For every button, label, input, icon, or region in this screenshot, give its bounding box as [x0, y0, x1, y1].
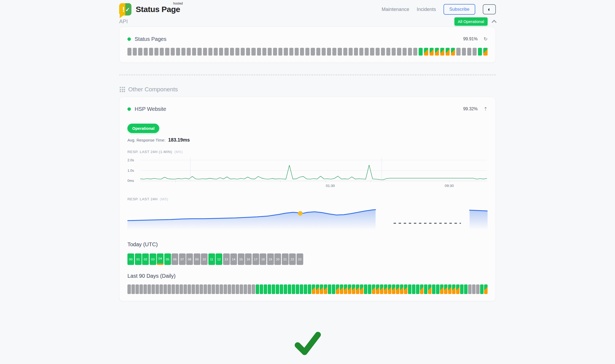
subscribe-button[interactable]: Subscribe [443, 4, 476, 15]
hour-block-09[interactable]: 09 [194, 253, 200, 265]
uptime-bar-degraded[interactable] [356, 284, 359, 294]
uptime-bar-nodata[interactable] [354, 48, 358, 56]
uptime-bar-nodata[interactable] [476, 284, 480, 294]
uptime-bar-degraded[interactable] [446, 48, 450, 56]
uptime-bar-nodata[interactable] [246, 48, 250, 56]
uptime-bar-operational[interactable] [296, 284, 299, 294]
uptime-bar-nodata[interactable] [343, 48, 347, 56]
uptime-bar-nodata[interactable] [159, 284, 163, 294]
uptime-bar-nodata[interactable] [192, 284, 195, 294]
uptime-bar-operational[interactable] [460, 284, 464, 294]
uptime-bar-nodata[interactable] [135, 284, 139, 294]
uptime-bar-nodata[interactable] [305, 48, 309, 56]
uptime-bar-degraded[interactable] [352, 284, 355, 294]
uptime-bar-nodata[interactable] [224, 48, 228, 56]
uptime-bar-nodata[interactable] [241, 48, 245, 56]
uptime-bar-nodata[interactable] [257, 48, 261, 56]
uptime-bar-nodata[interactable] [168, 284, 171, 294]
uptime-bar-nodata[interactable] [230, 48, 234, 56]
uptime-bar-operational[interactable] [288, 284, 291, 294]
uptime-bar-nodata[interactable] [133, 48, 137, 56]
uptime-bar-nodata[interactable] [196, 284, 199, 294]
uptime-bar-nodata[interactable] [248, 284, 251, 294]
collapse-up-icon[interactable]: ⇡ [484, 106, 488, 112]
uptime-bar-nodata[interactable] [397, 48, 401, 56]
uptime-bar-degraded[interactable] [484, 284, 488, 294]
uptime-bar-operational[interactable] [436, 284, 439, 294]
uptime-bar-nodata[interactable] [240, 284, 243, 294]
hour-block-15[interactable]: 15 [238, 253, 244, 265]
uptime-bar-nodata[interactable] [131, 284, 135, 294]
uptime-bar-nodata[interactable] [197, 48, 201, 56]
uptime-bar-nodata[interactable] [262, 48, 266, 56]
uptime-bar-degraded[interactable] [336, 284, 339, 294]
uptime-bar-operational[interactable] [292, 284, 295, 294]
uptime-bar-nodata[interactable] [251, 48, 255, 56]
hour-block-06[interactable]: 06 [172, 253, 178, 265]
uptime-bar-operational[interactable] [328, 284, 331, 294]
uptime-bar-nodata[interactable] [403, 48, 407, 56]
hour-block-11[interactable]: 11 [208, 253, 215, 265]
uptime-bar-degraded[interactable] [344, 284, 347, 294]
uptime-bar-operational[interactable] [464, 284, 468, 294]
uptime-bar-operational[interactable] [304, 284, 307, 294]
hour-block-12[interactable]: 12 [216, 253, 222, 265]
hour-block-05[interactable]: 05 [164, 253, 171, 265]
hour-block-19[interactable]: 19 [267, 253, 274, 265]
uptime-bar-nodata[interactable] [467, 48, 471, 56]
uptime-bar-nodata[interactable] [232, 284, 235, 294]
uptime-bar-degraded[interactable] [428, 284, 431, 294]
uptime-bar-nodata[interactable] [349, 48, 353, 56]
uptime-bar-nodata[interactable] [147, 284, 151, 294]
uptime-bar-nodata[interactable] [203, 48, 207, 56]
uptime-bar-degraded[interactable] [440, 284, 443, 294]
uptime-bar-nodata[interactable] [219, 48, 223, 56]
hour-block-10[interactable]: 10 [201, 253, 208, 265]
uptime-bar-nodata[interactable] [327, 48, 331, 56]
uptime-bar-nodata[interactable] [284, 48, 288, 56]
uptime-bar-operational[interactable] [268, 284, 271, 294]
hour-block-00[interactable]: 00 [127, 253, 134, 265]
uptime-bar-operational[interactable] [256, 284, 259, 294]
nav-incidents[interactable]: Incidents [417, 7, 436, 12]
hour-block-03[interactable]: 03 [150, 253, 156, 265]
uptime-bar-degraded[interactable] [348, 284, 351, 294]
uptime-bar-nodata[interactable] [408, 48, 412, 56]
uptime-bar-operational[interactable] [272, 284, 275, 294]
uptime-bar-nodata[interactable] [376, 48, 380, 56]
uptime-bar-nodata[interactable] [252, 284, 255, 294]
uptime-bar-degraded[interactable] [380, 284, 383, 294]
uptime-bar-degraded[interactable] [316, 284, 319, 294]
uptime-bar-operational[interactable] [432, 284, 435, 294]
uptime-bar-degraded[interactable] [444, 284, 447, 294]
uptime-bar-nodata[interactable] [181, 48, 185, 56]
uptime-bar-operational[interactable] [412, 284, 415, 294]
uptime-bar-nodata[interactable] [154, 48, 158, 56]
brand-logo[interactable]: ! ✓ Status Page hosted [119, 3, 180, 15]
uptime-bar-nodata[interactable] [386, 48, 390, 56]
uptime-bar-nodata[interactable] [187, 48, 191, 56]
uptime-bar-nodata[interactable] [151, 284, 155, 294]
uptime-bar-operational[interactable] [419, 48, 423, 56]
uptime-bar-degraded[interactable] [384, 284, 387, 294]
uptime-bar-degraded[interactable] [420, 284, 423, 294]
hour-block-22[interactable]: 22 [289, 253, 296, 265]
uptime-bar-degraded[interactable] [372, 284, 375, 294]
uptime-bar-degraded[interactable] [400, 284, 403, 294]
uptime-bar-nodata[interactable] [236, 284, 239, 294]
uptime-bar-degraded[interactable] [404, 284, 407, 294]
uptime-bar-nodata[interactable] [127, 48, 131, 56]
hour-block-04[interactable]: 04 [157, 253, 164, 265]
uptime-bar-degraded[interactable] [483, 48, 487, 56]
uptime-bar-degraded[interactable] [424, 48, 428, 56]
uptime-bar-nodata[interactable] [273, 48, 277, 56]
uptime-bar-nodata[interactable] [171, 48, 175, 56]
uptime-bar-degraded[interactable] [392, 284, 395, 294]
hour-block-16[interactable]: 16 [245, 253, 252, 265]
hour-block-07[interactable]: 07 [179, 253, 186, 265]
uptime-bar-operational[interactable] [368, 284, 371, 294]
hour-block-14[interactable]: 14 [230, 253, 237, 265]
nav-maintenance[interactable]: Maintenance [382, 7, 409, 12]
uptime-bar-nodata[interactable] [200, 284, 203, 294]
uptime-bar-nodata[interactable] [149, 48, 153, 56]
